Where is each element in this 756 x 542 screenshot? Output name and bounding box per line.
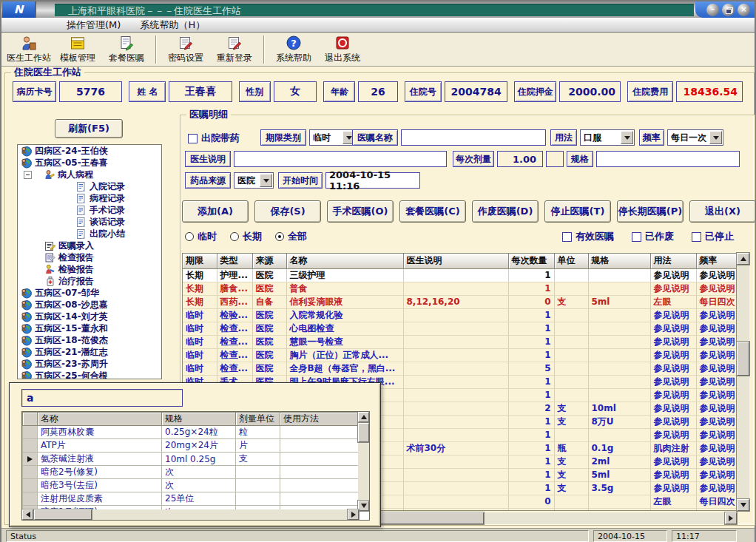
checkbox-stopped[interactable] [692,232,701,242]
system-help-button[interactable]: ?系统帮助 [269,33,318,66]
doctor-note-input[interactable] [234,151,447,167]
checkbox-invalidated[interactable] [632,232,641,242]
password-set-button[interactable]: 密码设置 [161,33,210,66]
collapse-icon[interactable] [24,171,32,179]
drug-scroll-up-button[interactable] [358,412,369,422]
tree-item-11[interactable]: 治疗报告 [18,275,161,287]
stop-longterm-order-button[interactable]: 停长期医嘱(P) [617,200,684,223]
radio-temporary[interactable] [185,232,194,241]
term-type-select[interactable]: 临时 [309,129,357,146]
freq-select[interactable]: 每日一次 [667,129,723,146]
package-order-button[interactable]: 套餐医嘱(C) [399,200,466,223]
package-order-button[interactable]: 套餐医嘱 [102,33,151,66]
menu-item-0[interactable]: 操作管理(M) [67,18,121,32]
tree-item-14[interactable]: 五病区-14-刘才英 [18,311,161,322]
tree-item-5[interactable]: 手术记录 [18,204,161,216]
patient-icon [21,359,32,370]
tree-item-17[interactable]: 五病区-21-潘红志 [18,346,161,358]
table-row[interactable]: 长期西药...自备信利妥滴眼液8,12,16,200支5ml左眼每日四次 [183,295,736,308]
table-row[interactable]: 长期膳食...医院普食1参见说明参见说明 [183,282,736,295]
table-row[interactable]: 长期护理...医院三级护理1参见说明参见说明 [183,268,736,282]
drug-source-select[interactable]: 医院 [234,172,274,189]
close-button[interactable]: × [738,4,750,16]
drug-row[interactable]: 暗疮2号(修复)次 [23,466,360,479]
tree-item-19[interactable]: 五病区-25-何合根 [18,370,161,379]
scroll-down-button[interactable] [737,499,749,511]
tree-item-2[interactable]: 病人病程 [18,169,161,180]
drug-source-value: 医院 [234,175,260,187]
spec-input[interactable] [596,151,740,167]
drug-search-input[interactable]: a [21,389,183,407]
vscroll-track[interactable] [737,253,749,511]
chevron-down-icon[interactable] [709,131,722,144]
surgery-order-button[interactable]: 手术医嘱(O) [327,200,394,223]
table-cell: 支 [554,295,588,308]
radio-all[interactable] [275,232,284,241]
table-cell [554,322,588,335]
relogin-button[interactable]: 重新登录 [210,33,259,66]
start-time-input[interactable]: 2004-10-15 11:16 [325,172,420,189]
tree-item-0[interactable]: 四病区-24-王伯侠 [18,145,161,157]
drug-row[interactable]: 注射用促皮质素25单位 [23,492,360,506]
tree-item-6[interactable]: 谈话记录 [18,216,161,228]
table-row[interactable]: 临时检查...医院慧眼一号检查1参见说明参见说明 [183,335,736,348]
tree-item-16[interactable]: 五病区-18-范俊杰 [18,334,161,346]
drug-row[interactable]: 氨茶碱注射液10ml 0.25g支 [23,453,360,466]
stop-order-button[interactable]: 停止医嘱(T) [544,200,611,223]
tree-item-8[interactable]: 医嘱录入 [18,240,161,251]
template-manage-button[interactable]: 模板管理 [53,33,102,66]
tree-item-13[interactable]: 五病区-08-沙思嘉 [18,299,161,311]
table-row[interactable]: 临时检查...医院胸片（正位）正常成人...1参见说明参见说明 [183,348,736,362]
radio-longterm[interactable] [230,232,239,241]
drug-row[interactable]: 阿莫西林胶囊0.25g×24粒粒 [23,426,360,439]
doctor-workstation-button[interactable]: 医生工作站 [4,33,53,66]
drug-scroll-right-button[interactable] [348,509,359,520]
usage-select[interactable]: 口服 [580,129,635,146]
save-button[interactable]: 保存(S) [254,200,321,223]
table-row[interactable]: 临时检查...医院心电图检查1参见说明参见说明 [183,322,736,335]
checkbox-valid-orders[interactable] [562,232,572,242]
table-row[interactable]: 临时检验...医院入院常规化验1参见说明参见说明 [183,308,736,322]
app-logo-icon: N [2,1,36,18]
tree-item-1[interactable]: 五病区-05-王春喜 [18,157,161,169]
exit-system-button[interactable]: 退出系统 [318,33,367,66]
radio-all-label: 全部 [288,230,307,243]
table-cell: 参见说明 [696,362,736,375]
scroll-up-button[interactable] [737,253,749,265]
exit-button[interactable]: 退出(X) [689,200,756,223]
tree-item-15[interactable]: 五病区-15-董永和 [18,322,161,334]
dose-unit-input[interactable] [546,151,564,167]
menu-item-1[interactable]: 系统帮助（H） [140,18,205,32]
tree-item-3[interactable]: 入院记录 [18,180,161,192]
drug-vscroll-thumb[interactable] [358,423,369,442]
drug-row[interactable]: ATP片20mg×24片片 [23,439,360,453]
chevron-down-icon[interactable] [260,174,272,187]
row-selector-header [23,413,38,426]
dose-input[interactable]: 1.00 [497,151,543,167]
scroll-right-button[interactable] [725,512,737,524]
drug-row[interactable]: 暗疮3号(去痘)次 [23,479,360,492]
order-name-input[interactable] [401,129,546,146]
vscroll-thumb[interactable] [737,342,749,376]
restore-button[interactable] [722,4,735,16]
table-row[interactable]: 临时检查...医院全身B超（每器官，黑白...5参见说明参见说明 [183,362,736,375]
chevron-down-icon[interactable] [621,131,633,144]
checkbox-discharge-med[interactable] [188,134,198,143]
tree-item-4[interactable]: 病程记录 [18,192,161,204]
refresh-button[interactable]: 刷新(F5) [55,119,123,138]
table-cell [403,468,508,481]
tree-item-9[interactable]: 检查报告 [18,251,161,263]
drug-scroll-left-button[interactable] [22,509,33,520]
tree-item-10[interactable]: 检验报告 [18,263,161,275]
drug-cell: 20mg×24片 [162,439,236,453]
table-cell: 5ml [588,295,650,308]
table-cell [588,308,650,322]
minimize-button[interactable]: – [706,4,719,16]
drug-hscroll-thumb[interactable] [34,509,92,520]
invalidate-order-button[interactable]: 作废医嘱(D) [472,200,539,223]
add-button[interactable]: 添加(A) [182,200,249,223]
tree-item-12[interactable]: 五病区-07-邹华 [18,287,161,299]
tree-item-7[interactable]: 出院小结 [18,228,161,240]
drug-scroll-down-button[interactable] [358,501,369,511]
tree-item-18[interactable]: 五病区-23-苏周升 [18,358,161,370]
